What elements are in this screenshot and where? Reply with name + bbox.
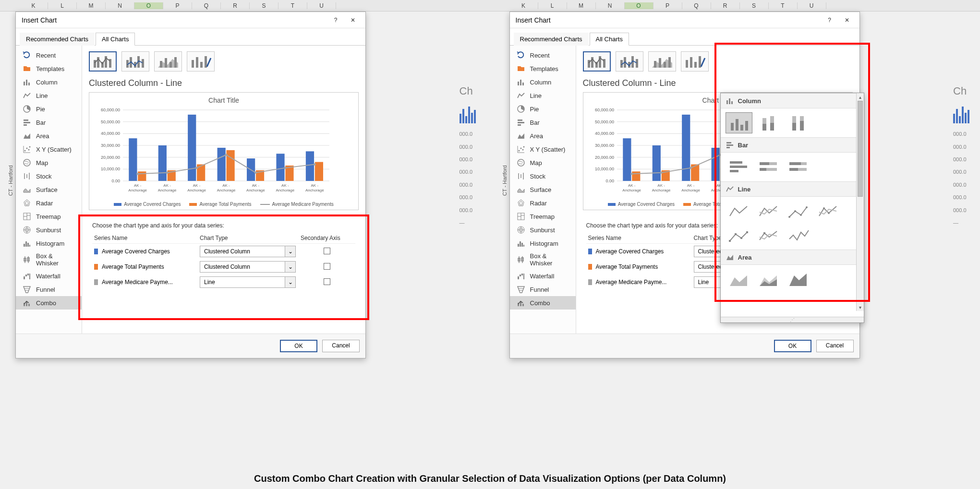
- col-letter-selected[interactable]: O: [134, 2, 163, 9]
- col-letter-selected[interactable]: O: [625, 2, 653, 9]
- col-letter[interactable]: M: [567, 2, 596, 9]
- sidebar-item-map[interactable]: Map: [16, 156, 82, 169]
- scrollbar[interactable]: ▴ ▾: [856, 93, 864, 311]
- subtype-clustered-column-line-secondary[interactable]: [121, 51, 149, 72]
- sidebar-item-area[interactable]: Area: [16, 129, 82, 143]
- subtype-clustered-column-line[interactable]: [583, 51, 611, 72]
- sidebar-item-pie[interactable]: Pie: [16, 102, 82, 116]
- sidebar-item-recent[interactable]: Recent: [16, 48, 82, 62]
- dropdown-option-line-5[interactable]: [755, 225, 782, 246]
- ok-button[interactable]: OK: [774, 340, 811, 352]
- dropdown-option-bar-1[interactable]: [755, 156, 782, 178]
- col-letter[interactable]: K: [19, 2, 48, 9]
- col-letter[interactable]: L: [48, 2, 77, 9]
- chart-type-select[interactable]: Clustered Column ⌄: [200, 261, 296, 273]
- dropdown-option-line-4[interactable]: [726, 225, 752, 246]
- subtype-custom-combo[interactable]: [187, 51, 215, 72]
- dropdown-option-line-0[interactable]: [726, 201, 752, 222]
- chart-type-select[interactable]: Clustered Column ⌄: [200, 246, 296, 257]
- dropdown-option-line-3[interactable]: [815, 201, 842, 222]
- sidebar-item-radar[interactable]: Radar: [510, 196, 576, 210]
- ok-button[interactable]: OK: [280, 340, 317, 352]
- col-letter[interactable]: Q: [192, 2, 221, 9]
- sidebar-item-column[interactable]: Column: [510, 75, 576, 89]
- dropdown-option-area-0[interactable]: [726, 269, 752, 290]
- dropdown-option-line-6[interactable]: [785, 225, 812, 246]
- col-letter[interactable]: R: [711, 2, 740, 9]
- cancel-button[interactable]: Cancel: [322, 340, 360, 352]
- col-letter[interactable]: K: [509, 2, 538, 9]
- dropdown-option-line-1[interactable]: [755, 201, 782, 222]
- scroll-up-icon[interactable]: ▴: [857, 93, 864, 101]
- dropdown-option-bar-2[interactable]: [785, 156, 812, 178]
- resize-handle[interactable]: ⋰: [721, 317, 864, 322]
- subtype-custom-combo[interactable]: [681, 51, 709, 72]
- subtype-clustered-column-line-secondary[interactable]: [616, 51, 643, 72]
- secondary-axis-checkbox[interactable]: [324, 248, 330, 254]
- sidebar-item-area[interactable]: Area: [510, 129, 576, 143]
- tab-all-charts[interactable]: All Charts: [96, 33, 135, 46]
- sidebar-item-waterfall[interactable]: Waterfall: [510, 269, 576, 283]
- sidebar-item-radar[interactable]: Radar: [16, 196, 82, 210]
- sidebar-item-surface[interactable]: Surface: [16, 183, 82, 196]
- sidebar-item-line[interactable]: Line: [16, 89, 82, 102]
- sidebar-item-box[interactable]: Box & Whisker: [16, 250, 82, 269]
- col-letter[interactable]: U: [307, 2, 336, 9]
- sidebar-item-column[interactable]: Column: [16, 75, 82, 89]
- dropdown-option-area-2[interactable]: [785, 269, 812, 290]
- col-letter[interactable]: L: [538, 2, 567, 9]
- chevron-down-icon[interactable]: ⌄: [285, 277, 295, 287]
- sidebar-item-box[interactable]: Box & Whisker: [510, 250, 576, 269]
- chevron-down-icon[interactable]: ⌄: [285, 246, 295, 257]
- dropdown-option-column-1[interactable]: [755, 112, 782, 133]
- chevron-down-icon[interactable]: ⌄: [285, 262, 295, 272]
- subtype-clustered-column-line[interactable]: [89, 51, 117, 72]
- dropdown-option-line-2[interactable]: [785, 201, 812, 222]
- dropdown-option-area-1[interactable]: [755, 269, 782, 290]
- col-letter[interactable]: S: [740, 2, 769, 9]
- sidebar-item-histogram[interactable]: Histogram: [510, 237, 576, 250]
- col-letter[interactable]: T: [769, 2, 798, 9]
- secondary-axis-checkbox[interactable]: [324, 278, 330, 285]
- chart-type-dropdown-panel[interactable]: ColumnBarLineArea ▴ ▾ ⋰: [720, 93, 864, 323]
- subtype-stacked-area-column[interactable]: [648, 51, 676, 72]
- col-letter[interactable]: Q: [682, 2, 711, 9]
- sidebar-item-line[interactable]: Line: [510, 89, 576, 102]
- tab-all-charts[interactable]: All Charts: [590, 33, 629, 46]
- sidebar-item-bar[interactable]: Bar: [16, 116, 82, 129]
- sidebar-item-waterfall[interactable]: Waterfall: [16, 269, 82, 283]
- col-letter[interactable]: S: [250, 2, 278, 9]
- col-letter[interactable]: P: [653, 2, 682, 9]
- col-letter[interactable]: N: [106, 2, 134, 9]
- col-letter[interactable]: N: [596, 2, 625, 9]
- tab-recommended-charts[interactable]: Recommended Charts: [514, 33, 589, 46]
- chart-type-select[interactable]: Line ⌄: [200, 276, 296, 288]
- help-button[interactable]: ?: [821, 13, 838, 27]
- sidebar-item-templates[interactable]: Templates: [510, 62, 576, 75]
- sidebar-item-treemap[interactable]: Treemap: [510, 210, 576, 223]
- help-button[interactable]: ?: [327, 13, 344, 27]
- sidebar-item-sunburst[interactable]: Sunburst: [510, 223, 576, 237]
- sidebar-item-funnel[interactable]: Funnel: [510, 283, 576, 296]
- sidebar-item-map[interactable]: Map: [510, 156, 576, 169]
- sidebar-item-stock[interactable]: Stock: [510, 169, 576, 183]
- sidebar-item-templates[interactable]: Templates: [16, 62, 82, 75]
- sidebar-item-xy[interactable]: X Y (Scatter): [510, 143, 576, 156]
- dropdown-option-column-0[interactable]: [726, 112, 752, 133]
- dropdown-option-bar-0[interactable]: [726, 156, 752, 178]
- secondary-axis-checkbox[interactable]: [324, 263, 330, 270]
- sidebar-item-combo[interactable]: Combo: [510, 296, 576, 310]
- sidebar-item-xy[interactable]: X Y (Scatter): [16, 143, 82, 156]
- close-button[interactable]: ✕: [838, 13, 856, 27]
- sidebar-item-combo[interactable]: Combo: [16, 296, 82, 310]
- close-button[interactable]: ✕: [344, 13, 362, 27]
- scroll-thumb[interactable]: [858, 101, 863, 197]
- sidebar-item-stock[interactable]: Stock: [16, 169, 82, 183]
- col-letter[interactable]: M: [77, 2, 106, 9]
- sidebar-item-surface[interactable]: Surface: [510, 183, 576, 196]
- sidebar-item-sunburst[interactable]: Sunburst: [16, 223, 82, 237]
- cancel-button[interactable]: Cancel: [816, 340, 854, 352]
- dropdown-option-column-2[interactable]: [785, 112, 812, 133]
- col-letter[interactable]: R: [221, 2, 250, 9]
- subtype-stacked-area-column[interactable]: [154, 51, 182, 72]
